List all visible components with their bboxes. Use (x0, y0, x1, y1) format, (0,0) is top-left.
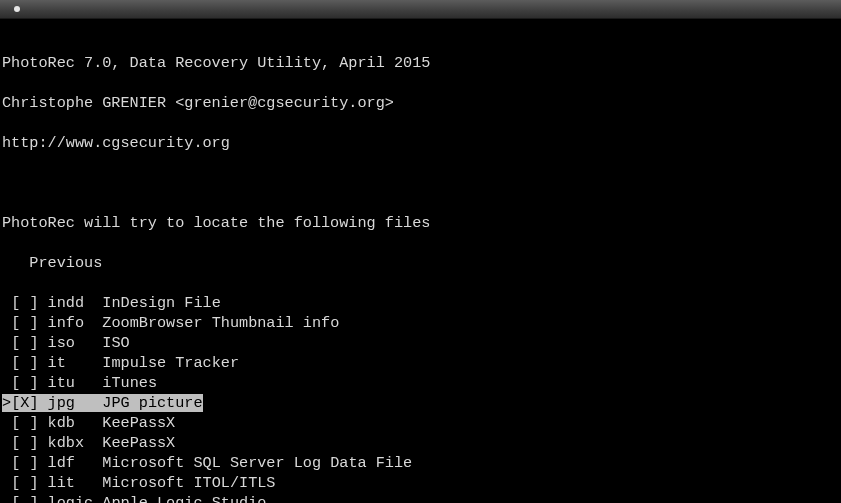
row-desc: KeePassX (102, 434, 175, 452)
row-ext: lit (48, 474, 94, 492)
row-cursor (2, 434, 11, 452)
row-close-bracket: ] (29, 374, 47, 392)
file-type-row[interactable]: [ ] itu iTunes (2, 373, 841, 393)
row-close-bracket: ] (29, 294, 47, 312)
row-desc: InDesign File (102, 294, 220, 312)
row-desc: KeePassX (102, 414, 175, 432)
window-titlebar[interactable] (0, 0, 841, 19)
row-sep (93, 494, 102, 503)
row-open-bracket: [ (11, 374, 20, 392)
row-desc: Microsoft ITOL/ITLS (102, 474, 275, 492)
row-close-bracket: ] (29, 434, 47, 452)
row-checkbox[interactable] (20, 454, 29, 472)
row-close-bracket: ] (29, 354, 47, 372)
row-sep (93, 374, 102, 392)
row-desc: Apple Logic Studio (102, 494, 266, 503)
row-checkbox[interactable] (20, 434, 29, 452)
row-cursor (2, 414, 11, 432)
row-desc: Microsoft SQL Server Log Data File (102, 454, 412, 472)
row-ext: jpg (48, 394, 94, 412)
row-ext: logic (48, 494, 94, 503)
file-type-row[interactable]: [ ] info ZoomBrowser Thumbnail info (2, 313, 841, 333)
file-type-row[interactable]: [ ] logic Apple Logic Studio (2, 493, 841, 503)
row-checkbox[interactable]: X (20, 394, 29, 412)
file-type-row[interactable]: [ ] iso ISO (2, 333, 841, 353)
file-type-row[interactable]: [ ] indd InDesign File (2, 293, 841, 313)
row-open-bracket: [ (11, 394, 20, 412)
row-sep (93, 354, 102, 372)
row-desc: ZoomBrowser Thumbnail info (102, 314, 339, 332)
row-open-bracket: [ (11, 474, 20, 492)
previous-option[interactable]: Previous (2, 253, 841, 273)
row-sep (93, 314, 102, 332)
row-cursor (2, 314, 11, 332)
row-cursor (2, 354, 11, 372)
row-ext: ldf (48, 454, 94, 472)
row-desc: Impulse Tracker (102, 354, 239, 372)
file-type-row[interactable]: [ ] ldf Microsoft SQL Server Log Data Fi… (2, 453, 841, 473)
file-type-row[interactable]: [ ] kdbx KeePassX (2, 433, 841, 453)
row-ext: itu (48, 374, 94, 392)
row-ext: info (48, 314, 94, 332)
row-sep (93, 474, 102, 492)
row-cursor (2, 334, 11, 352)
row-sep (93, 434, 102, 452)
app-url: http://www.cgsecurity.org (2, 133, 841, 153)
row-ext: kdb (48, 414, 94, 432)
row-ext: indd (48, 294, 94, 312)
file-type-row[interactable]: >[X] jpg JPG picture (2, 393, 841, 413)
row-open-bracket: [ (11, 294, 20, 312)
prompt-line: PhotoRec will try to locate the followin… (2, 213, 841, 233)
row-open-bracket: [ (11, 354, 20, 372)
row-open-bracket: [ (11, 334, 20, 352)
row-close-bracket: ] (29, 314, 47, 332)
row-open-bracket: [ (11, 454, 20, 472)
row-desc: iTunes (102, 374, 157, 392)
row-ext: it (48, 354, 94, 372)
row-ext: kdbx (48, 434, 94, 452)
blank-line (2, 173, 841, 193)
app-author: Christophe GRENIER <grenier@cgsecurity.o… (2, 93, 841, 113)
row-checkbox[interactable] (20, 334, 29, 352)
row-sep (93, 394, 102, 412)
row-open-bracket: [ (11, 414, 20, 432)
row-checkbox[interactable] (20, 494, 29, 503)
row-cursor (2, 454, 11, 472)
row-checkbox[interactable] (20, 374, 29, 392)
file-type-row[interactable]: [ ] it Impulse Tracker (2, 353, 841, 373)
row-open-bracket: [ (11, 434, 20, 452)
menu-indicator-icon (14, 6, 20, 12)
row-cursor (2, 294, 11, 312)
row-close-bracket: ] (29, 454, 47, 472)
row-close-bracket: ] (29, 494, 47, 503)
file-type-row[interactable]: [ ] kdb KeePassX (2, 413, 841, 433)
row-checkbox[interactable] (20, 354, 29, 372)
row-checkbox[interactable] (20, 294, 29, 312)
terminal-area: PhotoRec 7.0, Data Recovery Utility, Apr… (0, 19, 841, 503)
file-type-row[interactable]: [ ] lit Microsoft ITOL/ITLS (2, 473, 841, 493)
row-cursor (2, 374, 11, 392)
row-close-bracket: ] (29, 334, 47, 352)
row-ext: iso (48, 334, 94, 352)
row-desc: JPG picture (102, 394, 202, 412)
row-sep (93, 334, 102, 352)
row-sep (93, 294, 102, 312)
row-desc: ISO (102, 334, 129, 352)
row-open-bracket: [ (11, 314, 20, 332)
row-checkbox[interactable] (20, 474, 29, 492)
row-close-bracket: ] (29, 414, 47, 432)
row-checkbox[interactable] (20, 414, 29, 432)
row-open-bracket: [ (11, 494, 20, 503)
app-title: PhotoRec 7.0, Data Recovery Utility, Apr… (2, 53, 841, 73)
row-sep (93, 414, 102, 432)
row-cursor: > (2, 394, 11, 412)
file-type-list: [ ] indd InDesign File [ ] info ZoomBrow… (2, 293, 841, 503)
row-close-bracket: ] (29, 474, 47, 492)
row-sep (93, 454, 102, 472)
row-checkbox[interactable] (20, 314, 29, 332)
row-cursor (2, 494, 11, 503)
row-close-bracket: ] (29, 394, 47, 412)
row-cursor (2, 474, 11, 492)
